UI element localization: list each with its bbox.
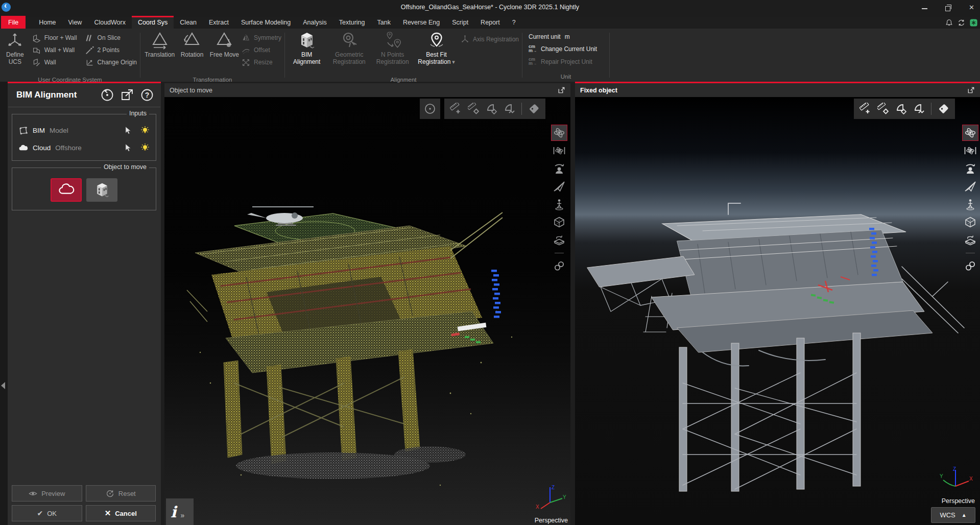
orbit-tool-button[interactable] bbox=[963, 125, 978, 140]
restore-button[interactable] bbox=[945, 5, 951, 11]
wall-button[interactable]: Wall bbox=[32, 56, 77, 68]
bim-visibility-bulb[interactable] bbox=[140, 126, 150, 135]
tab-view[interactable]: View bbox=[62, 16, 88, 29]
walk-mode-button[interactable] bbox=[963, 197, 978, 212]
tab-file[interactable]: File bbox=[1, 16, 26, 29]
tab-extract[interactable]: Extract bbox=[203, 16, 235, 29]
tab-clean[interactable]: Clean bbox=[174, 16, 203, 29]
turntable-button[interactable] bbox=[963, 232, 978, 248]
unit-repair-icon: cmm bbox=[529, 57, 537, 66]
change-origin-button[interactable]: Change Origin bbox=[85, 56, 137, 68]
cancel-button[interactable]: Cancel bbox=[86, 505, 156, 521]
label-tag-icon[interactable] bbox=[937, 103, 949, 115]
best-fit-registration-button[interactable]: Best Fit Registration bbox=[415, 30, 458, 65]
tab-report[interactable]: Report bbox=[474, 16, 506, 29]
export-dialog-button[interactable] bbox=[121, 88, 134, 102]
pick-cloud-cursor-button[interactable] bbox=[124, 144, 132, 152]
floor-wall-button[interactable]: Floor + Wall bbox=[32, 32, 77, 44]
wall-wall-button[interactable]: Wall + Wall bbox=[32, 44, 77, 56]
left-gutter bbox=[0, 82, 8, 525]
measure-distance-add-icon[interactable] bbox=[450, 103, 462, 115]
turntable-button[interactable] bbox=[552, 232, 567, 248]
tab-analysis[interactable]: Analysis bbox=[297, 16, 333, 29]
point-cloud-canvas[interactable]: i » Z Y X Perspective bbox=[164, 97, 570, 525]
info-box[interactable]: i » bbox=[166, 498, 194, 525]
tab-cloudworx[interactable]: CloudWorx bbox=[88, 16, 132, 29]
define-ucs-button[interactable]: Define UCS bbox=[3, 30, 27, 65]
link-views-button[interactable] bbox=[552, 258, 567, 274]
symmetry-button[interactable]: Symmetry bbox=[242, 32, 281, 44]
n-points-registration-button[interactable]: N Points Registration bbox=[373, 30, 412, 65]
sync-icon[interactable] bbox=[957, 18, 966, 27]
wcs-selector-button[interactable]: WCS bbox=[931, 507, 975, 523]
close-button[interactable] bbox=[969, 5, 975, 11]
constrained-orbit-button[interactable] bbox=[963, 143, 978, 158]
tab-home[interactable]: Home bbox=[33, 16, 62, 29]
view-cube-button[interactable] bbox=[552, 214, 567, 230]
reset-button[interactable]: Reset bbox=[86, 485, 156, 502]
help-button[interactable] bbox=[140, 88, 154, 102]
cloud-visibility-bulb[interactable] bbox=[140, 143, 150, 152]
right-popout-icon[interactable] bbox=[967, 86, 975, 94]
measure-distance-add-icon[interactable] bbox=[859, 103, 872, 115]
tab-surface-modeling[interactable]: Surface Modeling bbox=[235, 16, 297, 29]
walk-mode-button[interactable] bbox=[552, 197, 567, 212]
preview-button[interactable]: Preview bbox=[12, 485, 82, 502]
move-bim-toggle[interactable] bbox=[86, 178, 117, 202]
label-tag-icon[interactable] bbox=[528, 103, 540, 115]
panel-collapse-handle[interactable] bbox=[1, 382, 5, 389]
tab-coord-sys[interactable]: Coord Sys bbox=[132, 16, 174, 29]
bell-icon[interactable] bbox=[945, 18, 953, 27]
measure-angle-profile-icon[interactable] bbox=[504, 103, 516, 115]
constrained-orbit-button[interactable] bbox=[552, 143, 567, 158]
link-views-button[interactable] bbox=[963, 258, 978, 274]
cad-model-canvas[interactable]: Z Y X Perspective WCS bbox=[575, 97, 980, 525]
view-target-button[interactable] bbox=[420, 99, 440, 119]
two-points-button[interactable]: 2 Points bbox=[85, 44, 137, 56]
left-projection-label[interactable]: Perspective bbox=[535, 517, 568, 524]
constrained-orbit-icon bbox=[964, 145, 976, 157]
view-cube-button[interactable] bbox=[963, 214, 978, 230]
panel-title: BIM Alignment bbox=[16, 90, 77, 100]
measure-angle-profile-icon[interactable] bbox=[913, 103, 925, 115]
offset-button[interactable]: Offset bbox=[242, 44, 281, 56]
tab-reverse-eng[interactable]: Reverse Eng bbox=[397, 16, 446, 29]
measure-distance-object-icon[interactable] bbox=[877, 103, 890, 115]
measure-angle-object-icon[interactable] bbox=[486, 103, 498, 115]
free-move-button[interactable]: Free Move bbox=[208, 30, 241, 58]
rotation-button[interactable]: Rotation bbox=[176, 30, 208, 58]
ok-button[interactable]: OK bbox=[12, 505, 82, 521]
bim-alignment-button[interactable]: BIM Alignment bbox=[288, 30, 325, 65]
right-projection-label[interactable]: Perspective bbox=[942, 497, 975, 505]
orbit-tool-button[interactable] bbox=[552, 125, 567, 140]
tab-tank[interactable]: Tank bbox=[371, 16, 396, 29]
tab-texturing[interactable]: Texturing bbox=[333, 16, 371, 29]
tab-help[interactable]: ? bbox=[506, 16, 522, 29]
change-current-unit-button[interactable]: cmmChange Current Unit bbox=[529, 44, 597, 53]
toolbar-divider bbox=[931, 103, 931, 115]
ribbon-group-alignment: BIM Alignment Geometric Registration N P… bbox=[285, 29, 522, 82]
measure-angle-object-icon[interactable] bbox=[895, 103, 907, 115]
reset-settings-button[interactable] bbox=[101, 88, 114, 102]
fly-mode-button[interactable] bbox=[552, 179, 567, 194]
fly-mode-button[interactable] bbox=[963, 179, 978, 194]
left-popout-icon[interactable] bbox=[558, 86, 565, 94]
on-slice-button[interactable]: On Slice bbox=[85, 32, 137, 44]
tab-script[interactable]: Script bbox=[446, 16, 474, 29]
minimize-button[interactable] bbox=[922, 5, 928, 11]
app-icon[interactable] bbox=[2, 3, 11, 12]
move-cloud-toggle-selected[interactable] bbox=[51, 178, 82, 202]
offset-icon bbox=[242, 46, 250, 55]
geometric-registration-button[interactable]: Geometric Registration bbox=[328, 30, 370, 65]
repair-project-unit-button[interactable]: cmmRepair Project Unit bbox=[529, 57, 597, 66]
green-status-badge-icon[interactable] bbox=[969, 18, 978, 27]
translation-button[interactable]: Translation bbox=[144, 30, 176, 58]
pick-bim-cursor-button[interactable] bbox=[124, 126, 132, 134]
axis-registration-button[interactable]: Axis Registration bbox=[461, 35, 519, 43]
svg-text:Z: Z bbox=[552, 485, 555, 490]
measure-distance-object-icon[interactable] bbox=[468, 103, 480, 115]
svg-text:Y: Y bbox=[563, 494, 566, 500]
examine-view-button[interactable] bbox=[552, 161, 567, 176]
examine-view-button[interactable] bbox=[963, 161, 978, 176]
resize-button[interactable]: Resize bbox=[242, 56, 281, 68]
